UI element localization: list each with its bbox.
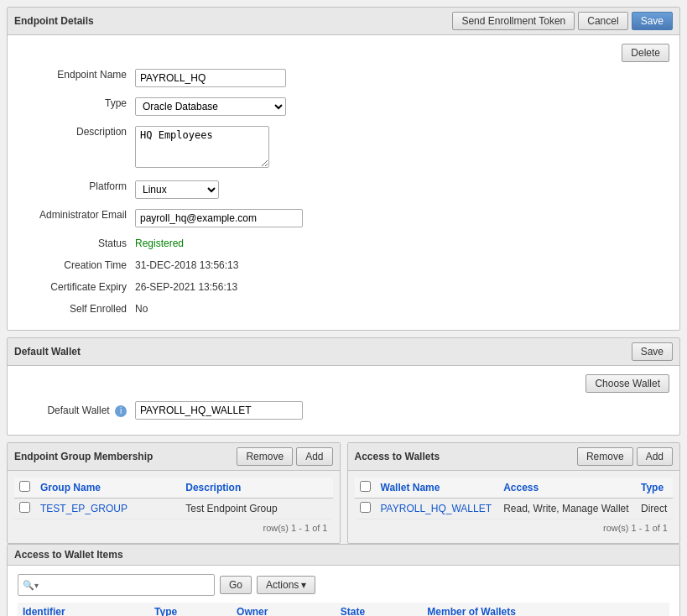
default-wallet-body: Choose Wallet Default Wallet i bbox=[8, 366, 679, 435]
default-wallet-row: Default Wallet i bbox=[18, 398, 669, 420]
status-label: Status bbox=[18, 234, 135, 249]
default-wallet-label: Default Wallet i bbox=[18, 401, 135, 417]
description-label: Description bbox=[18, 123, 135, 138]
admin-email-input[interactable] bbox=[135, 209, 303, 227]
description-textarea[interactable]: HQ Employees bbox=[135, 126, 269, 168]
default-wallet-input[interactable] bbox=[135, 401, 303, 420]
endpoint-name-row: Endpoint Name bbox=[18, 65, 669, 87]
actions-button[interactable]: Actions ▾ bbox=[257, 576, 315, 594]
default-wallet-panel: Default Wallet Save Choose Wallet Defaul… bbox=[7, 337, 680, 436]
group-select-all-checkbox[interactable] bbox=[19, 481, 30, 492]
choose-wallet-btn-row: Choose Wallet bbox=[18, 374, 669, 393]
admin-email-row: Administrator Email bbox=[18, 206, 669, 227]
status-row: Status Registered bbox=[18, 234, 669, 249]
table-row: PAYROLL_HQ_WALLET Read, Write, Manage Wa… bbox=[355, 499, 674, 519]
group-header-description: Description bbox=[180, 478, 332, 499]
group-membership-body: Group Name Description TEST_EP_GROUP Tes… bbox=[8, 471, 340, 543]
group-membership-title: Endpoint Group Membership bbox=[14, 451, 153, 462]
type-value: Oracle Database Microsoft SQL Server MyS… bbox=[135, 94, 669, 116]
items-header-member-wallets: Member of Wallets bbox=[422, 603, 669, 616]
group-row-count: row(s) 1 - 1 of 1 bbox=[14, 519, 333, 536]
type-label: Type bbox=[18, 94, 135, 109]
wallets-remove-button[interactable]: Remove bbox=[577, 447, 633, 466]
wallets-header-name: Wallet Name bbox=[376, 478, 499, 499]
type-row: Type Oracle Database Microsoft SQL Serve… bbox=[18, 94, 669, 116]
wallet-items-header: Access to Wallet Items bbox=[8, 545, 679, 566]
group-add-button[interactable]: Add bbox=[296, 447, 332, 466]
access-wallet-items-panel: Access to Wallet Items 🔍 ▾ Go Actions ▾ bbox=[7, 544, 680, 616]
platform-select[interactable]: Linux Windows Solaris bbox=[135, 180, 219, 199]
cert-expiry-row: Certificate Expiry 26-SEP-2021 13:56:13 bbox=[18, 278, 669, 293]
platform-label: Platform bbox=[18, 177, 135, 192]
items-header-owner: Owner bbox=[232, 603, 336, 616]
search-input-wrap: 🔍 ▾ bbox=[18, 574, 215, 596]
choose-wallet-button[interactable]: Choose Wallet bbox=[586, 374, 669, 393]
access-wallets-body: Wallet Name Access Type PAYROLL_HQ_WALLE… bbox=[348, 471, 680, 543]
self-enrolled-label: Self Enrolled bbox=[18, 300, 135, 315]
wallet-items-table: Identifier Type Owner State Member of Wa… bbox=[18, 603, 669, 616]
search-dropdown-icon[interactable]: ▾ bbox=[34, 581, 39, 590]
creation-time-label: Creation Time bbox=[18, 256, 135, 271]
items-header-identifier: Identifier bbox=[18, 603, 149, 616]
wallet-items-body: 🔍 ▾ Go Actions ▾ Identifier Type bbox=[8, 566, 679, 616]
wallets-select-all-checkbox[interactable] bbox=[360, 481, 371, 492]
wallets-row-name: PAYROLL_HQ_WALLET bbox=[376, 499, 499, 519]
endpoint-details-title: Endpoint Details bbox=[14, 15, 94, 27]
access-wallets-header: Access to Wallets Remove Add bbox=[348, 443, 680, 471]
group-row-description: Test Endpoint Group bbox=[180, 499, 332, 519]
description-row: Description HQ Employees bbox=[18, 123, 669, 170]
endpoint-details-panel: Endpoint Details Send Enrollment Token C… bbox=[7, 7, 680, 331]
creation-time-value: 31-DEC-2018 13:56:13 bbox=[135, 256, 669, 271]
wallets-row-count: row(s) 1 - 1 of 1 bbox=[355, 519, 674, 536]
group-table-header-row: Group Name Description bbox=[14, 478, 333, 499]
status-value: Registered bbox=[135, 234, 669, 249]
cancel-button[interactable]: Cancel bbox=[578, 12, 627, 30]
send-enrollment-token-button[interactable]: Send Enrollment Token bbox=[452, 12, 575, 30]
go-button[interactable]: Go bbox=[220, 576, 252, 594]
cert-expiry-label: Certificate Expiry bbox=[18, 278, 135, 293]
group-membership-buttons: Remove Add bbox=[237, 447, 332, 466]
default-wallet-header: Default Wallet Save bbox=[8, 338, 679, 366]
group-name-link[interactable]: TEST_EP_GROUP bbox=[40, 503, 128, 514]
platform-value: Linux Windows Solaris bbox=[135, 177, 669, 199]
search-input[interactable] bbox=[42, 577, 210, 593]
description-value: HQ Employees bbox=[135, 123, 669, 170]
wallets-add-button[interactable]: Add bbox=[637, 447, 673, 466]
group-row-checkbox[interactable] bbox=[19, 502, 30, 513]
wallets-header-checkbox bbox=[355, 478, 376, 499]
delete-button[interactable]: Delete bbox=[622, 44, 669, 62]
access-to-wallets-panel: Access to Wallets Remove Add Wallet Name… bbox=[347, 442, 681, 544]
endpoint-details-body: Delete Endpoint Name Type Oracle Databas… bbox=[8, 35, 679, 330]
type-select[interactable]: Oracle Database Microsoft SQL Server MyS… bbox=[135, 97, 286, 116]
endpoint-name-value bbox=[135, 65, 669, 87]
endpoint-name-label: Endpoint Name bbox=[18, 65, 135, 81]
search-icon: 🔍 bbox=[23, 580, 34, 591]
delete-btn-row: Delete bbox=[18, 44, 669, 62]
access-wallets-title: Access to Wallets bbox=[355, 451, 440, 462]
cert-expiry-value: 26-SEP-2021 13:56:13 bbox=[135, 278, 669, 293]
save-button[interactable]: Save bbox=[632, 12, 673, 30]
wallets-row-type: Direct bbox=[636, 499, 673, 519]
wallets-row-checkbox[interactable] bbox=[360, 502, 371, 513]
actions-dropdown-icon: ▾ bbox=[301, 579, 306, 591]
group-row-checkbox-cell bbox=[14, 499, 35, 519]
group-remove-button[interactable]: Remove bbox=[237, 447, 293, 466]
default-wallet-info-icon[interactable]: i bbox=[115, 405, 127, 417]
items-header-state: State bbox=[336, 603, 423, 616]
endpoint-name-input[interactable] bbox=[135, 69, 286, 87]
actions-dropdown: Actions ▾ bbox=[257, 576, 315, 594]
creation-time-row: Creation Time 31-DEC-2018 13:56:13 bbox=[18, 256, 669, 271]
self-enrolled-value: No bbox=[135, 300, 669, 315]
table-row: TEST_EP_GROUP Test Endpoint Group bbox=[14, 499, 333, 519]
wallets-table-header-row: Wallet Name Access Type bbox=[355, 478, 674, 499]
wallet-name-link[interactable]: PAYROLL_HQ_WALLET bbox=[381, 503, 492, 514]
endpoint-group-membership-panel: Endpoint Group Membership Remove Add Gro… bbox=[7, 442, 341, 544]
admin-email-label: Administrator Email bbox=[18, 206, 135, 221]
access-wallets-buttons: Remove Add bbox=[577, 447, 673, 466]
default-wallet-save-button[interactable]: Save bbox=[632, 342, 673, 361]
group-header-name: Group Name bbox=[35, 478, 180, 499]
self-enrolled-row: Self Enrolled No bbox=[18, 300, 669, 315]
default-wallet-title: Default Wallet bbox=[14, 346, 81, 358]
items-header-type: Type bbox=[149, 603, 232, 616]
group-membership-table: Group Name Description TEST_EP_GROUP Tes… bbox=[14, 478, 333, 519]
